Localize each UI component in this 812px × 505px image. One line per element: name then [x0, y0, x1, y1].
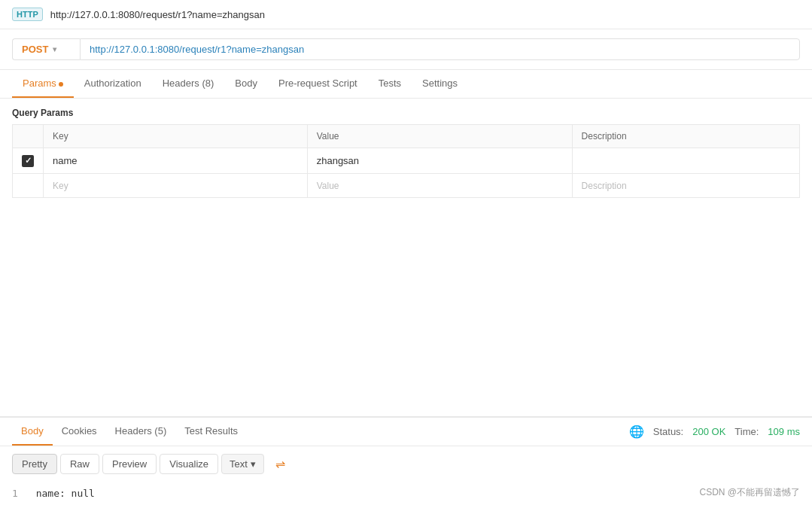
- title-bar: HTTP http://127.0.0.1:8080/request/r1?na…: [0, 0, 812, 29]
- row-value-cell[interactable]: zhangsan: [307, 148, 572, 174]
- request-tabs-row: Params Authorization Headers (8) Body Pr…: [0, 70, 812, 99]
- chevron-down-icon: ▾: [53, 45, 56, 53]
- empty-checkbox-cell: [13, 173, 44, 197]
- table-empty-row: Key Value Description: [13, 173, 800, 197]
- value-placeholder: Value: [317, 181, 339, 191]
- empty-desc-cell[interactable]: Description: [572, 173, 799, 197]
- tab-body[interactable]: Body: [224, 70, 268, 98]
- row-param-value: zhangsan: [317, 155, 359, 166]
- tab-tests[interactable]: Tests: [368, 70, 412, 98]
- tab-settings[interactable]: Settings: [412, 70, 468, 98]
- key-placeholder: Key: [53, 181, 68, 191]
- url-input[interactable]: [80, 38, 800, 60]
- tab-prerequest[interactable]: Pre-request Script: [268, 70, 368, 98]
- col-key: Key: [44, 125, 308, 148]
- tab-headers[interactable]: Headers (8): [152, 70, 225, 98]
- table-row: name zhangsan: [13, 148, 800, 174]
- col-value: Value: [307, 125, 572, 148]
- query-params-label: Query Params: [12, 108, 800, 118]
- method-label: POST: [22, 44, 48, 55]
- method-select[interactable]: POST ▾: [12, 38, 80, 60]
- title-url: http://127.0.0.1:8080/request/r1?name=zh…: [50, 9, 265, 20]
- params-dot: [59, 82, 63, 87]
- row-checkbox-cell[interactable]: [13, 148, 44, 174]
- params-table: Key Value Description name zhangsan: [12, 124, 800, 198]
- query-params-section: Query Params Key Value Description name …: [0, 99, 812, 198]
- desc-placeholder: Description: [582, 181, 627, 191]
- tab-params[interactable]: Params: [12, 70, 74, 98]
- checkbox-checked[interactable]: [22, 155, 34, 167]
- empty-value-cell[interactable]: Value: [307, 173, 572, 197]
- col-description: Description: [572, 125, 799, 148]
- row-desc-cell[interactable]: [572, 148, 799, 174]
- col-checkbox: [13, 125, 44, 148]
- tab-authorization[interactable]: Authorization: [74, 70, 152, 98]
- row-key-value: name: [53, 155, 78, 166]
- http-badge: HTTP: [12, 8, 43, 21]
- request-bar: POST ▾: [0, 29, 812, 70]
- empty-key-cell[interactable]: Key: [44, 173, 308, 197]
- row-key-cell[interactable]: name: [44, 148, 308, 174]
